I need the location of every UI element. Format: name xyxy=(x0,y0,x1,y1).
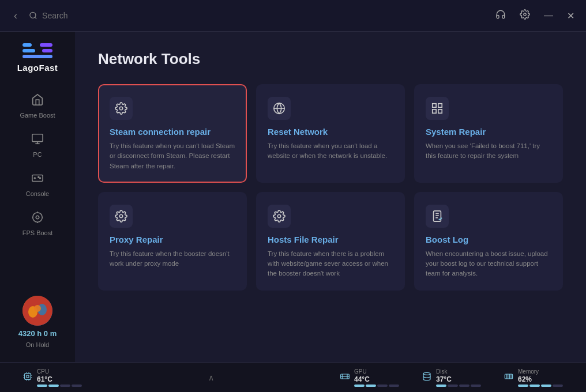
sidebar-item-game-boost[interactable]: Game Boost xyxy=(12,89,63,123)
svg-point-51 xyxy=(423,372,430,375)
disk-stat-text: Disk 37°C xyxy=(436,368,481,387)
memory-value: 62% xyxy=(518,375,563,383)
main-content: Network Tools Steam connection repair Tr… xyxy=(75,32,586,362)
svg-rect-52 xyxy=(505,374,512,379)
search-bar[interactable] xyxy=(29,11,260,20)
headset-icon[interactable] xyxy=(493,7,508,24)
minimize-button[interactable]: — xyxy=(542,8,555,23)
svg-rect-11 xyxy=(32,175,43,182)
svg-point-32 xyxy=(277,214,281,218)
stat-gpu: GPU 44°C xyxy=(340,368,399,387)
svg-rect-27 xyxy=(433,104,436,107)
tool-card-boost-log[interactable]: Boost Log When encountering a boost issu… xyxy=(414,192,563,291)
user-status: On Hold xyxy=(26,341,49,348)
gpu-bar xyxy=(354,385,399,387)
sidebar-item-console-label: Console xyxy=(26,190,49,197)
cpu-stat-text: CPU 61°C xyxy=(37,368,82,387)
sidebar-item-fps-boost-label: FPS Boost xyxy=(22,229,53,236)
stat-cpu: CPU 61°C xyxy=(23,368,82,387)
svg-point-0 xyxy=(30,12,36,18)
system-repair-title: System Repair xyxy=(426,127,551,137)
cpu-label: CPU xyxy=(37,368,82,375)
window-controls: — ✕ xyxy=(493,7,577,24)
proxy-repair-title: Proxy Repair xyxy=(110,235,235,244)
user-avatar[interactable] xyxy=(22,296,52,326)
settings-icon[interactable] xyxy=(517,7,532,24)
svg-point-17 xyxy=(36,216,39,219)
user-area: 4320 h 0 m On Hold xyxy=(18,296,57,353)
close-button[interactable]: ✕ xyxy=(565,8,577,24)
search-icon xyxy=(29,11,37,20)
logo-text: LagoFast xyxy=(17,63,58,73)
lagofast-logo xyxy=(21,41,54,63)
system-repair-icon xyxy=(426,97,449,120)
cpu-bar xyxy=(37,385,82,387)
fps-boost-icon xyxy=(31,211,44,227)
svg-point-24 xyxy=(119,107,123,110)
user-time: 4320 h 0 m xyxy=(18,329,57,338)
svg-rect-28 xyxy=(438,104,442,107)
proxy-repair-icon xyxy=(110,205,133,228)
stat-memory: Memory 62% xyxy=(504,368,563,387)
gpu-label: GPU xyxy=(354,368,399,375)
disk-value: 37°C xyxy=(436,375,481,383)
reset-network-desc: Try this feature when you can't load a w… xyxy=(268,141,393,161)
disk-bar xyxy=(436,385,481,387)
memory-bar xyxy=(518,385,563,387)
cpu-icon xyxy=(23,372,32,383)
memory-stat-text: Memory 62% xyxy=(518,368,563,387)
boost-log-icon xyxy=(426,205,449,228)
sidebar-item-console[interactable]: Console xyxy=(12,167,63,202)
tool-card-steam-repair[interactable]: Steam connection repair Try this feature… xyxy=(98,84,247,183)
svg-rect-37 xyxy=(25,374,31,380)
reset-network-icon xyxy=(268,97,291,120)
hosts-repair-desc: Try this feature when there is a problem… xyxy=(268,249,393,279)
svg-rect-38 xyxy=(27,375,29,378)
game-boost-icon xyxy=(31,93,44,110)
svg-rect-30 xyxy=(433,110,436,113)
sidebar-item-pc-label: PC xyxy=(33,151,42,158)
disk-icon xyxy=(422,372,431,383)
tool-card-system-repair[interactable]: System Repair When you see 'Failed to bo… xyxy=(414,84,563,183)
hosts-repair-icon xyxy=(268,205,291,228)
sidebar: LagoFast Game Boost PC xyxy=(0,32,75,362)
svg-point-13 xyxy=(38,176,39,178)
proxy-repair-desc: Try this feature when the booster doesn'… xyxy=(110,249,235,269)
system-repair-desc: When you see 'Failed to boost 711,' try … xyxy=(426,141,551,161)
page-title: Network Tools xyxy=(98,50,563,68)
tool-card-hosts-repair[interactable]: Hosts File Repair Try this feature when … xyxy=(256,192,405,291)
steam-repair-title: Steam connection repair xyxy=(110,127,235,137)
steam-repair-icon xyxy=(110,97,133,120)
svg-rect-8 xyxy=(32,134,43,142)
boost-log-desc: When encountering a boost issue, upload … xyxy=(426,249,551,279)
sidebar-item-game-boost-label: Game Boost xyxy=(20,112,55,119)
svg-rect-7 xyxy=(22,55,52,58)
console-icon xyxy=(31,172,44,188)
svg-point-2 xyxy=(524,13,527,16)
reset-network-title: Reset Network xyxy=(268,127,393,137)
boost-log-title: Boost Log xyxy=(426,235,551,244)
tool-grid: Steam connection repair Try this feature… xyxy=(98,84,563,291)
svg-point-23 xyxy=(34,305,41,312)
svg-rect-6 xyxy=(42,49,52,52)
svg-point-12 xyxy=(40,178,41,179)
tool-card-reset-network[interactable]: Reset Network Try this feature when you … xyxy=(256,84,405,183)
svg-rect-29 xyxy=(438,110,442,113)
pc-icon xyxy=(31,133,44,149)
memory-label: Memory xyxy=(518,368,563,375)
svg-rect-4 xyxy=(22,49,35,52)
back-button[interactable]: ‹ xyxy=(9,7,22,24)
hosts-repair-title: Hosts File Repair xyxy=(268,235,393,244)
cpu-value: 61°C xyxy=(37,375,82,383)
sidebar-item-fps-boost[interactable]: FPS Boost xyxy=(12,206,63,241)
tool-card-proxy-repair[interactable]: Proxy Repair Try this feature when the b… xyxy=(98,192,247,291)
steam-repair-desc: Try this feature when you can't load Ste… xyxy=(110,141,235,171)
svg-point-16 xyxy=(33,213,43,223)
sidebar-item-pc[interactable]: PC xyxy=(12,128,63,163)
chevron-up[interactable]: ∧ xyxy=(208,373,214,382)
disk-label: Disk xyxy=(436,368,481,375)
app-body: LagoFast Game Boost PC xyxy=(0,32,586,362)
search-input[interactable] xyxy=(42,11,260,20)
logo-area: LagoFast xyxy=(17,41,58,73)
gpu-stat-text: GPU 44°C xyxy=(354,368,399,387)
